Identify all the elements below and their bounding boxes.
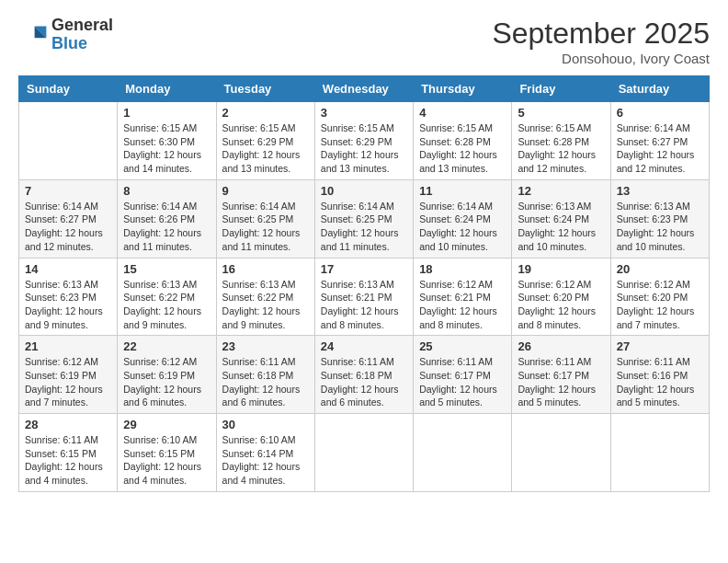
day-header: Thursday [414, 76, 512, 102]
day-header: Wednesday [314, 76, 413, 102]
calendar-cell: 10Sunrise: 6:14 AM Sunset: 6:25 PM Dayli… [314, 179, 413, 258]
calendar-cell: 8Sunrise: 6:14 AM Sunset: 6:26 PM Daylig… [118, 179, 216, 258]
day-info: Sunrise: 6:13 AM Sunset: 6:22 PM Dayligh… [123, 278, 210, 332]
calendar-week: 7Sunrise: 6:14 AM Sunset: 6:27 PM Daylig… [19, 179, 710, 258]
day-number: 24 [321, 339, 407, 353]
header-row: SundayMondayTuesdayWednesdayThursdayFrid… [19, 76, 710, 102]
day-number: 14 [25, 262, 111, 276]
day-number: 2 [222, 106, 309, 120]
day-number: 9 [222, 184, 309, 198]
day-number: 25 [419, 339, 506, 353]
calendar-cell [414, 414, 512, 492]
day-info: Sunrise: 6:11 AM Sunset: 6:17 PM Dayligh… [518, 355, 604, 409]
calendar-cell: 27Sunrise: 6:11 AM Sunset: 6:16 PM Dayli… [610, 336, 709, 414]
day-info: Sunrise: 6:12 AM Sunset: 6:19 PM Dayligh… [25, 355, 111, 409]
calendar-header: SundayMondayTuesdayWednesdayThursdayFrid… [19, 76, 710, 102]
day-info: Sunrise: 6:13 AM Sunset: 6:24 PM Dayligh… [518, 200, 604, 254]
calendar-body: 1Sunrise: 6:15 AM Sunset: 6:30 PM Daylig… [19, 102, 710, 492]
day-number: 6 [617, 106, 703, 120]
calendar-cell: 23Sunrise: 6:11 AM Sunset: 6:18 PM Dayli… [216, 336, 314, 414]
day-number: 21 [25, 339, 111, 353]
day-info: Sunrise: 6:14 AM Sunset: 6:25 PM Dayligh… [321, 200, 407, 254]
calendar-cell: 11Sunrise: 6:14 AM Sunset: 6:24 PM Dayli… [414, 179, 512, 258]
calendar-cell: 17Sunrise: 6:13 AM Sunset: 6:21 PM Dayli… [314, 258, 413, 336]
calendar-week: 28Sunrise: 6:11 AM Sunset: 6:15 PM Dayli… [19, 414, 710, 492]
day-info: Sunrise: 6:14 AM Sunset: 6:24 PM Dayligh… [419, 200, 506, 254]
calendar-cell [610, 414, 709, 492]
day-info: Sunrise: 6:11 AM Sunset: 6:17 PM Dayligh… [419, 355, 506, 409]
day-info: Sunrise: 6:13 AM Sunset: 6:22 PM Dayligh… [222, 278, 309, 332]
calendar-cell: 18Sunrise: 6:12 AM Sunset: 6:21 PM Dayli… [414, 258, 512, 336]
day-number: 7 [25, 184, 111, 198]
calendar: SundayMondayTuesdayWednesdayThursdayFrid… [18, 75, 710, 492]
calendar-cell: 6Sunrise: 6:14 AM Sunset: 6:27 PM Daylig… [610, 102, 709, 180]
calendar-cell: 15Sunrise: 6:13 AM Sunset: 6:22 PM Dayli… [118, 258, 216, 336]
day-number: 23 [222, 339, 309, 353]
day-number: 29 [123, 418, 210, 431]
day-header: Monday [118, 76, 216, 102]
title-block: September 2025 Donsohouo, Ivory Coast [492, 17, 710, 66]
calendar-cell: 22Sunrise: 6:12 AM Sunset: 6:19 PM Dayli… [118, 336, 216, 414]
logo-text: General Blue [51, 17, 113, 53]
day-info: Sunrise: 6:14 AM Sunset: 6:27 PM Dayligh… [25, 200, 111, 254]
day-header: Saturday [610, 76, 709, 102]
calendar-cell: 9Sunrise: 6:14 AM Sunset: 6:25 PM Daylig… [216, 179, 314, 258]
calendar-cell [314, 414, 413, 492]
calendar-cell: 16Sunrise: 6:13 AM Sunset: 6:22 PM Dayli… [216, 258, 314, 336]
day-number: 3 [321, 106, 407, 120]
calendar-cell: 7Sunrise: 6:14 AM Sunset: 6:27 PM Daylig… [19, 179, 118, 258]
calendar-cell: 29Sunrise: 6:10 AM Sunset: 6:15 PM Dayli… [118, 414, 216, 492]
calendar-cell: 5Sunrise: 6:15 AM Sunset: 6:28 PM Daylig… [512, 102, 610, 180]
day-number: 18 [419, 262, 506, 276]
day-info: Sunrise: 6:11 AM Sunset: 6:18 PM Dayligh… [222, 355, 309, 409]
calendar-cell: 26Sunrise: 6:11 AM Sunset: 6:17 PM Dayli… [512, 336, 610, 414]
day-info: Sunrise: 6:12 AM Sunset: 6:21 PM Dayligh… [419, 278, 506, 332]
day-number: 22 [123, 339, 210, 353]
header: General Blue September 2025 Donsohouo, I… [18, 17, 710, 66]
day-info: Sunrise: 6:10 AM Sunset: 6:15 PM Dayligh… [123, 433, 210, 488]
calendar-cell [19, 102, 118, 180]
day-info: Sunrise: 6:13 AM Sunset: 6:23 PM Dayligh… [25, 278, 111, 332]
calendar-cell: 21Sunrise: 6:12 AM Sunset: 6:19 PM Dayli… [19, 336, 118, 414]
day-info: Sunrise: 6:11 AM Sunset: 6:16 PM Dayligh… [617, 355, 703, 409]
calendar-cell: 13Sunrise: 6:13 AM Sunset: 6:23 PM Dayli… [610, 179, 709, 258]
calendar-cell: 19Sunrise: 6:12 AM Sunset: 6:20 PM Dayli… [512, 258, 610, 336]
day-info: Sunrise: 6:15 AM Sunset: 6:29 PM Dayligh… [222, 121, 309, 176]
calendar-week: 21Sunrise: 6:12 AM Sunset: 6:19 PM Dayli… [19, 336, 710, 414]
location: Donsohouo, Ivory Coast [492, 51, 710, 66]
day-header: Tuesday [216, 76, 314, 102]
page: General Blue September 2025 Donsohouo, I… [0, 0, 728, 563]
day-info: Sunrise: 6:12 AM Sunset: 6:20 PM Dayligh… [617, 278, 703, 332]
calendar-cell: 28Sunrise: 6:11 AM Sunset: 6:15 PM Dayli… [19, 414, 118, 492]
day-number: 13 [617, 184, 703, 198]
calendar-cell: 4Sunrise: 6:15 AM Sunset: 6:28 PM Daylig… [414, 102, 512, 180]
calendar-cell: 3Sunrise: 6:15 AM Sunset: 6:29 PM Daylig… [314, 102, 413, 180]
day-info: Sunrise: 6:14 AM Sunset: 6:25 PM Dayligh… [222, 200, 309, 254]
day-number: 27 [617, 339, 703, 353]
day-number: 10 [321, 184, 407, 198]
logo: General Blue [18, 17, 113, 53]
calendar-cell: 24Sunrise: 6:11 AM Sunset: 6:18 PM Dayli… [314, 336, 413, 414]
day-info: Sunrise: 6:15 AM Sunset: 6:28 PM Dayligh… [518, 121, 604, 176]
day-number: 16 [222, 262, 309, 276]
calendar-cell: 12Sunrise: 6:13 AM Sunset: 6:24 PM Dayli… [512, 179, 610, 258]
day-number: 15 [123, 262, 210, 276]
calendar-cell: 1Sunrise: 6:15 AM Sunset: 6:30 PM Daylig… [118, 102, 216, 180]
day-number: 1 [123, 106, 210, 120]
day-info: Sunrise: 6:15 AM Sunset: 6:30 PM Dayligh… [123, 121, 210, 176]
day-number: 11 [419, 184, 506, 198]
day-info: Sunrise: 6:14 AM Sunset: 6:27 PM Dayligh… [617, 121, 703, 176]
month-year: September 2025 [492, 17, 710, 51]
day-number: 12 [518, 184, 604, 198]
logo-blue: Blue [51, 34, 87, 52]
day-number: 30 [222, 418, 309, 431]
calendar-cell: 30Sunrise: 6:10 AM Sunset: 6:14 PM Dayli… [216, 414, 314, 492]
day-info: Sunrise: 6:13 AM Sunset: 6:23 PM Dayligh… [617, 200, 703, 254]
calendar-cell: 25Sunrise: 6:11 AM Sunset: 6:17 PM Dayli… [414, 336, 512, 414]
day-info: Sunrise: 6:11 AM Sunset: 6:18 PM Dayligh… [321, 355, 407, 409]
day-info: Sunrise: 6:15 AM Sunset: 6:29 PM Dayligh… [321, 121, 407, 176]
day-info: Sunrise: 6:12 AM Sunset: 6:19 PM Dayligh… [123, 355, 210, 409]
day-info: Sunrise: 6:15 AM Sunset: 6:28 PM Dayligh… [419, 121, 506, 176]
logo-icon [18, 20, 48, 50]
day-number: 19 [518, 262, 604, 276]
